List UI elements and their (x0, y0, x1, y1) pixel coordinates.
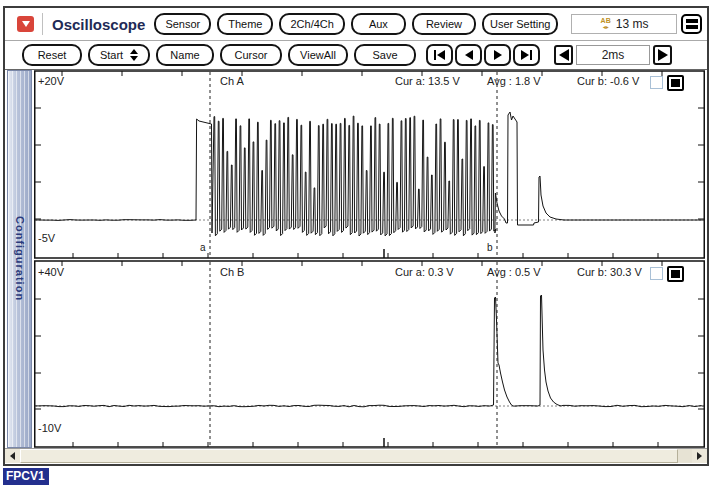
chB-name-label: Ch B (220, 266, 244, 278)
reset-button[interactable]: Reset (22, 44, 82, 66)
right-arrow-icon (697, 452, 702, 460)
chB-cursor-a-readout: Cur a: 0.3 V (395, 266, 454, 278)
right-triangle-icon (658, 49, 668, 61)
ab-time-display: AB◂▸ 13 ms (571, 14, 677, 34)
save-button[interactable]: Save (354, 44, 416, 66)
window-menu-icon[interactable] (681, 14, 702, 34)
scroll-left-arrow[interactable] (5, 449, 20, 463)
main-area: Configuration +20V -5V Ch A Cur a: 13.5 … (5, 70, 707, 448)
viewall-button[interactable]: ViewAll (288, 44, 348, 66)
channel-mode-button[interactable]: 2Ch/4Ch (279, 13, 344, 35)
step-forward-icon (494, 50, 502, 60)
configuration-label: Configuration (8, 71, 31, 447)
spinner-icon (130, 49, 138, 61)
theme-button[interactable]: Theme (217, 13, 273, 35)
waveform-display[interactable]: +20V -5V Ch A Cur a: 13.5 V Avg : 1.8 V … (34, 70, 705, 448)
chB-checkbox[interactable] (650, 267, 663, 280)
ab-cursors-icon: AB◂▸ (601, 18, 611, 30)
left-arrow-icon (10, 452, 15, 460)
skip-end-icon (521, 50, 529, 60)
chB-cursor-b-readout: Cur b: 30.3 V (577, 266, 642, 278)
chA-cursor-a-readout: Cur a: 13.5 V (395, 75, 460, 87)
scope-plot[interactable] (34, 70, 705, 448)
app-dropdown-icon[interactable] (17, 16, 34, 32)
review-button[interactable]: Review (412, 13, 476, 35)
status-badge: FPCV1 (3, 468, 49, 485)
triangle-down-icon (22, 21, 30, 27)
step-back-icon (465, 50, 473, 60)
chA-v-bottom-label: -5V (38, 232, 55, 244)
chA-checkbox[interactable] (650, 76, 663, 89)
step-forward-button[interactable] (484, 44, 511, 66)
aux-button[interactable]: Aux (351, 13, 406, 35)
chA-name-label: Ch A (220, 75, 244, 87)
run-toolbar: Reset Start Name Cursor ViewAll Save 2ms (5, 41, 707, 70)
scroll-thumb[interactable] (20, 449, 678, 463)
chA-cursor-b-readout: Cur b: -0.6 V (577, 75, 639, 87)
chB-avg-readout: Avg : 0.5 V (487, 266, 541, 278)
skip-end-button[interactable] (513, 44, 540, 66)
cursor-button[interactable]: Cursor (220, 44, 282, 66)
cursor-a-marker-label[interactable]: a (200, 242, 206, 253)
app-title: Oscilloscope (52, 16, 145, 33)
oscilloscope-window: Oscilloscope Sensor Theme 2Ch/4Ch Aux Re… (3, 6, 709, 466)
scroll-right-arrow[interactable] (692, 449, 707, 463)
timebase-value: 2ms (576, 45, 650, 65)
user-setting-button[interactable]: User Setting (482, 13, 559, 35)
chA-avg-readout: Avg : 1.8 V (487, 75, 541, 87)
chB-v-top-label: +40V (38, 266, 64, 278)
left-triangle-icon (559, 49, 569, 61)
sensor-button[interactable]: Sensor (154, 13, 211, 35)
start-button[interactable]: Start (88, 44, 150, 66)
step-back-button[interactable] (455, 44, 482, 66)
timebase-decrease-button[interactable] (554, 45, 573, 65)
chA-display-toggle[interactable] (667, 75, 684, 91)
configuration-sidebar[interactable]: Configuration (7, 70, 32, 448)
chA-v-top-label: +20V (38, 75, 64, 87)
cursor-b-marker-label[interactable]: b (487, 242, 493, 253)
timebase-increase-button[interactable] (653, 45, 672, 65)
chB-display-toggle[interactable] (667, 266, 684, 282)
h-scrollbar (5, 448, 707, 463)
skip-start-button[interactable] (426, 44, 453, 66)
skip-start-icon (437, 50, 445, 60)
ab-time-value: 13 ms (616, 17, 649, 31)
top-toolbar: Oscilloscope Sensor Theme 2Ch/4Ch Aux Re… (5, 8, 707, 41)
timebase-group: 2ms (554, 45, 672, 65)
separator (42, 13, 43, 35)
chB-v-bottom-label: -10V (38, 422, 61, 434)
name-button[interactable]: Name (156, 44, 214, 66)
